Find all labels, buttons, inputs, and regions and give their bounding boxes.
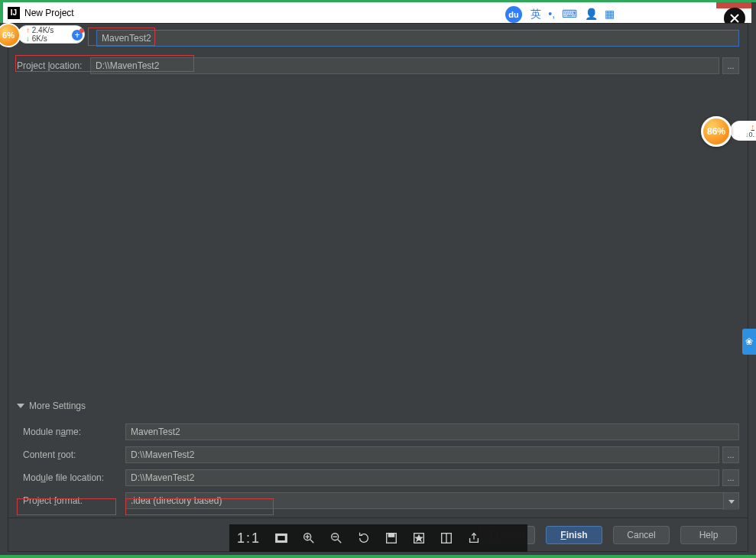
ime-punct-icon[interactable]: •, [548, 8, 555, 20]
project-format-label: Project format: [17, 495, 125, 506]
svg-rect-10 [388, 534, 394, 537]
rotate-icon[interactable] [357, 531, 371, 545]
dialog-panel: MavenTest2 Project location: D:\\MavenTe… [8, 23, 748, 552]
module-name-input[interactable]: MavenTest2 [125, 423, 739, 440]
side-tab-button[interactable]: ❀ [742, 329, 756, 355]
favorite-icon[interactable] [412, 531, 426, 545]
notification-dot-icon [79, 28, 84, 33]
save-icon[interactable] [384, 531, 398, 545]
project-location-value: D:\\MavenTest2 [96, 60, 159, 71]
more-settings-label: More Settings [29, 401, 86, 411]
content-root-row: Content root: D:\\MavenTest2 ... [17, 443, 739, 466]
net-badge-right[interactable]: 86% [701, 116, 732, 147]
zoom-out-icon[interactable] [329, 531, 343, 545]
finish-button[interactable]: Finish [546, 526, 602, 544]
ime-lang[interactable]: 英 [530, 8, 541, 20]
content-root-input[interactable]: D:\\MavenTest2 [125, 446, 719, 463]
svg-marker-12 [416, 535, 422, 540]
ime-toolbar[interactable]: du 英 •, ⌨ 👤 ▦ [502, 5, 632, 24]
image-viewer-toolbar[interactable]: 1:1 [229, 524, 527, 552]
project-location-row: Project location: D:\\MavenTest2 ... [17, 57, 739, 74]
svg-rect-1 [277, 535, 286, 540]
module-file-label: Module file location: [17, 472, 125, 483]
project-format-select[interactable]: .idea (directory based) [125, 492, 739, 509]
module-file-input[interactable]: D:\\MavenTest2 [125, 469, 719, 486]
app-icon: IJ [8, 7, 20, 19]
project-format-value: .idea (directory based) [131, 495, 222, 506]
ime-icons[interactable]: 英 •, ⌨ 👤 ▦ [528, 8, 617, 21]
module-file-value: D:\\MavenTest2 [131, 472, 194, 483]
module-name-row: Module name: MavenTest2 [17, 420, 739, 443]
project-location-browse-button[interactable]: ... [722, 57, 739, 74]
window-title: New Project [24, 8, 74, 18]
zoom-ratio: 1:1 [237, 530, 261, 547]
chevron-down-icon [17, 404, 24, 408]
module-name-label: Module name: [17, 427, 125, 437]
project-name-row: MavenTest2 [17, 30, 739, 47]
dropdown-chevron-icon[interactable] [723, 493, 738, 510]
ime-keyboard-icon[interactable]: ⌨ [562, 8, 577, 20]
module-file-row: Module file location: D:\\MavenTest2 ... [17, 466, 739, 489]
content-root-browse-button[interactable]: ... [722, 446, 739, 463]
help-button[interactable]: Help [680, 526, 737, 544]
app-icon-text: IJ [11, 8, 17, 17]
compare-icon[interactable] [440, 531, 453, 545]
more-settings-section: More Settings Module name: MavenTest2 Co… [17, 401, 739, 512]
zoom-in-icon[interactable] [302, 531, 316, 545]
fit-screen-icon[interactable] [274, 531, 288, 545]
project-format-row: Project format: .idea (directory based) [17, 489, 739, 512]
project-name-value: MavenTest2 [102, 33, 151, 44]
net-badge-right-strip[interactable]: 0. [730, 121, 756, 141]
net-plus-button[interactable]: + [70, 28, 84, 42]
net-right-down: 0. [745, 131, 754, 138]
window-chrome-bottom [0, 555, 756, 558]
more-settings-toggle[interactable]: More Settings [17, 401, 739, 411]
ime-user-icon[interactable]: 👤 [585, 8, 598, 20]
cancel-button[interactable]: Cancel [613, 526, 670, 544]
titlebar: IJ New Project [3, 2, 751, 23]
module-file-browse-button[interactable]: ... [722, 469, 739, 486]
svg-line-3 [310, 540, 314, 543]
svg-line-7 [338, 540, 342, 543]
share-icon[interactable] [467, 531, 481, 545]
content-root-label: Content root: [17, 449, 125, 460]
ime-logo-icon: du [505, 6, 522, 23]
net-right-up [751, 123, 755, 131]
project-location-input[interactable]: D:\\MavenTest2 [90, 57, 719, 74]
project-name-input[interactable]: MavenTest2 [96, 30, 739, 47]
ime-grid-icon[interactable]: ▦ [605, 8, 615, 20]
module-name-value: MavenTest2 [131, 427, 180, 437]
content-root-value: D:\\MavenTest2 [131, 449, 194, 460]
close-icon [729, 13, 740, 24]
project-location-label: Project location: [17, 60, 90, 71]
